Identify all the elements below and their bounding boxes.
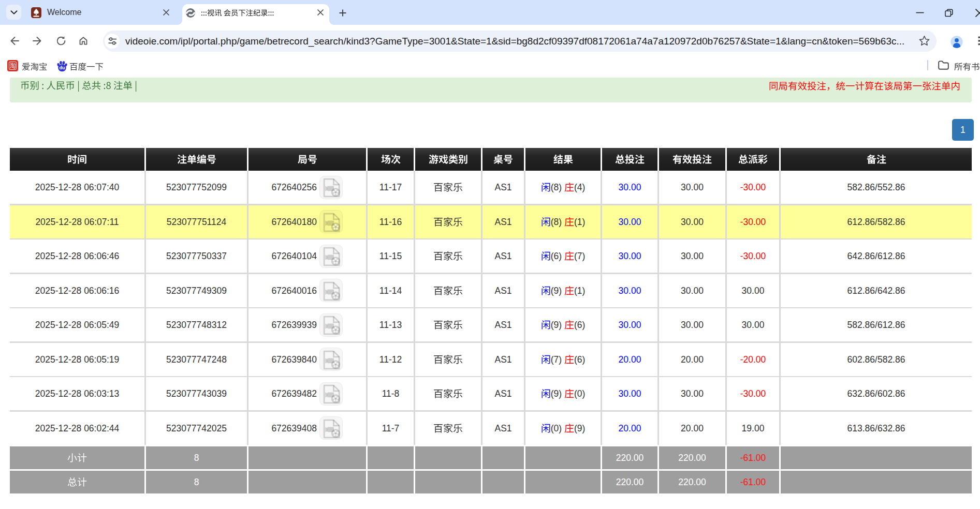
svg-text:du: du: [60, 65, 65, 70]
